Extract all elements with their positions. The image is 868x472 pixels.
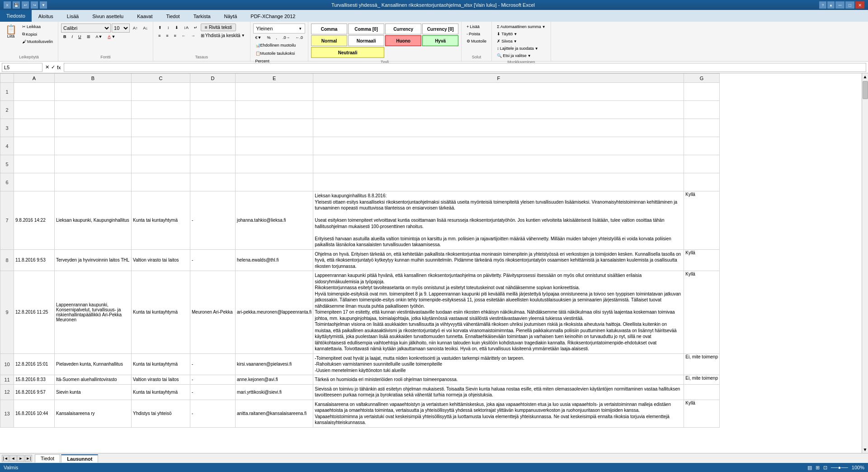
style-huono[interactable]: Huono: [385, 35, 421, 46]
cell-g-9[interactable]: Kyllä: [684, 271, 720, 354]
cell-d1[interactable]: [190, 83, 236, 101]
cell-a-11[interactable]: 15.8.2016 8:33: [14, 375, 55, 385]
underline-button[interactable]: U: [76, 33, 84, 40]
cell-b3[interactable]: [55, 119, 132, 137]
style-comma0[interactable]: Comma [0]: [348, 24, 384, 34]
cell-d-12[interactable]: -: [190, 384, 236, 400]
cell-g1[interactable]: [684, 83, 720, 101]
sheet-tab-lausunnot[interactable]: Lausunnot: [61, 454, 98, 462]
align-right-button[interactable]: ≡: [172, 33, 179, 39]
cell-b-13[interactable]: Kansalaisareena ry: [55, 400, 132, 427]
cell-c3[interactable]: [132, 119, 190, 137]
cell-e6[interactable]: [236, 173, 313, 191]
cell-c5[interactable]: [132, 155, 190, 173]
scroll-up-button[interactable]: ▲: [862, 73, 868, 80]
cell-a-12[interactable]: 16.8.2016 9:57: [14, 384, 55, 400]
cell-c6[interactable]: [132, 173, 190, 191]
style-hyva[interactable]: Hyvä: [422, 35, 458, 46]
copy-button[interactable]: ⧉ Kopioi: [20, 31, 55, 38]
cell-a6[interactable]: [14, 173, 55, 191]
cell-a4[interactable]: [14, 137, 55, 155]
cell-c-11[interactable]: Valtion virasto tai laitos: [132, 375, 190, 385]
comma-btn[interactable]: ,: [274, 34, 280, 41]
align-top-button[interactable]: ⬆: [156, 24, 164, 31]
cell-f2[interactable]: [313, 101, 684, 119]
align-left-button[interactable]: ≡: [156, 33, 163, 39]
col-header-e[interactable]: E: [236, 74, 313, 83]
sheet-tab-tiedot[interactable]: Tiedot: [35, 454, 60, 462]
italic-button[interactable]: I: [70, 33, 75, 40]
quick-access-undo[interactable]: ↩: [22, 1, 29, 9]
cell-b-12[interactable]: Sievin kunta: [55, 384, 132, 400]
scroll-thumb[interactable]: [863, 81, 868, 99]
col-header-f[interactable]: F: [313, 74, 684, 83]
insert-cells-button[interactable]: + Lisää: [464, 24, 489, 30]
cell-g4[interactable]: [684, 137, 720, 155]
tab-first-button[interactable]: |◄: [2, 455, 9, 462]
sort-button[interactable]: ↕ Lajittele ja suodata ▼: [495, 45, 548, 52]
cell-a-8[interactable]: 11.8.2016 9:53: [14, 249, 55, 271]
cell-g3[interactable]: [684, 119, 720, 137]
cell-f1[interactable]: [313, 83, 684, 101]
style-currency[interactable]: Currency: [385, 24, 421, 34]
cell-g5[interactable]: [684, 155, 720, 173]
font-family-select[interactable]: Calibri: [61, 24, 111, 33]
style-normal[interactable]: Normal: [311, 35, 347, 46]
cell-e5[interactable]: [236, 155, 313, 173]
decrease-decimal-btn[interactable]: ←.0: [293, 34, 306, 41]
cell-a-7[interactable]: 9.8.2016 14:22: [14, 191, 55, 250]
align-bottom-button[interactable]: ⬇: [173, 24, 181, 31]
view-layout-icon[interactable]: ⊞: [816, 465, 820, 471]
cut-button[interactable]: ✂ Leikkaa: [20, 24, 55, 30]
zoom-slider[interactable]: ──●──: [831, 465, 848, 470]
quick-access-more[interactable]: ▼: [40, 1, 47, 9]
cell-d4[interactable]: [190, 137, 236, 155]
cell-a-9[interactable]: 12.8.2016 11:25: [14, 271, 55, 354]
cell-e2[interactable]: [236, 101, 313, 119]
style-normaali[interactable]: Normaali: [348, 35, 384, 46]
cell-f6[interactable]: [313, 173, 684, 191]
delete-cells-button[interactable]: - Poista: [464, 31, 489, 37]
cell-e-11[interactable]: anne.kejonen@avi.fi: [236, 375, 313, 385]
cell-reference-input[interactable]: [2, 63, 42, 72]
cell-a5[interactable]: [14, 155, 55, 173]
currency-btn[interactable]: €▼: [253, 34, 264, 41]
fill-button[interactable]: ⬇ Täyttö ▼: [495, 31, 548, 37]
style-neutraali[interactable]: Neutraali: [311, 47, 384, 58]
cell-e-7[interactable]: johanna.tahkio@lieksa.fi: [236, 191, 313, 250]
format-cells-button[interactable]: ⚙ Muotoile: [464, 38, 489, 44]
quick-access-redo[interactable]: ↪: [31, 1, 38, 9]
cell-g-12[interactable]: [684, 384, 720, 400]
autosum-button[interactable]: Σ Automaattinen summa ▼: [495, 24, 548, 30]
cell-e-10[interactable]: kirsi.vaananen@pielavesi.fi: [236, 353, 313, 375]
font-size-select[interactable]: 10: [112, 24, 130, 33]
col-header-g[interactable]: G: [684, 74, 720, 83]
cell-a3[interactable]: [14, 119, 55, 137]
view-preview-icon[interactable]: ⊡: [823, 465, 827, 471]
cell-c-8[interactable]: Valtion virasto tai laitos: [132, 249, 190, 271]
cell-b-9[interactable]: Lappeenrannan kaupunki, Konsernipalvelut…: [55, 271, 132, 354]
col-header-b[interactable]: B: [55, 74, 132, 83]
cell-c4[interactable]: [132, 137, 190, 155]
cell-a2[interactable]: [14, 101, 55, 119]
cell-c2[interactable]: [132, 101, 190, 119]
cell-b-11[interactable]: Itä-Suomen aluehallintovirasto: [55, 375, 132, 385]
font-color-button[interactable]: A▼: [105, 33, 118, 40]
cell-c-7[interactable]: Kunta tai kuntayhtymä: [132, 191, 190, 250]
cell-e-8[interactable]: helena.ewalds@thl.fi: [236, 249, 313, 271]
cell-d2[interactable]: [190, 101, 236, 119]
cell-f-7[interactable]: Lieksan kaupunginhallitus 8.8.2016:Yleis…: [313, 191, 684, 250]
tab-prev-button[interactable]: ◄: [9, 455, 17, 462]
cell-f3[interactable]: [313, 119, 684, 137]
col-header-a[interactable]: A: [14, 74, 55, 83]
cell-g-10[interactable]: Ei, mite toimenp: [684, 353, 720, 375]
cell-b4[interactable]: [55, 137, 132, 155]
increase-decimal-btn[interactable]: .0→: [280, 34, 292, 41]
cell-f-13[interactable]: Kansalaisareena on valtakunnallinen vapa…: [313, 400, 684, 427]
cell-d-13[interactable]: -: [190, 400, 236, 427]
style-comma[interactable]: Comma: [311, 24, 347, 34]
increase-font-button[interactable]: A↑: [131, 25, 140, 31]
cell-g-13[interactable]: Kyllä: [684, 400, 720, 427]
align-middle-button[interactable]: ↕: [165, 24, 172, 31]
conditional-format-button[interactable]: 📊 Ehdollinen muotoilu: [253, 42, 298, 49]
